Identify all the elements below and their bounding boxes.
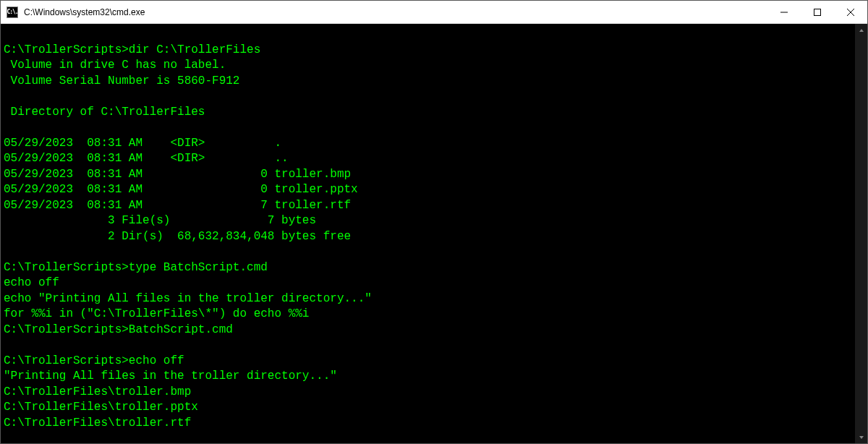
window-controls	[767, 1, 867, 23]
svg-marker-5	[859, 436, 864, 439]
cmd-icon: C:\.	[7, 7, 18, 18]
vertical-scrollbar[interactable]	[855, 24, 867, 443]
svg-rect-1	[814, 9, 821, 15]
terminal-output: C:\TrollerScripts>dir C:\TrollerFiles Vo…	[1, 24, 855, 443]
minimize-button[interactable]	[767, 1, 801, 23]
close-button[interactable]	[834, 1, 867, 23]
maximize-button[interactable]	[801, 1, 834, 23]
scroll-down-arrow[interactable]	[855, 431, 867, 443]
svg-marker-4	[859, 29, 864, 32]
cmd-window: C:\. C:\Windows\system32\cmd.exe C:\Trol…	[0, 0, 868, 444]
terminal-area[interactable]: C:\TrollerScripts>dir C:\TrollerFiles Vo…	[1, 24, 867, 443]
title-bar[interactable]: C:\. C:\Windows\system32\cmd.exe	[1, 1, 867, 24]
window-title: C:\Windows\system32\cmd.exe	[24, 7, 767, 17]
scroll-up-arrow[interactable]	[855, 24, 867, 36]
